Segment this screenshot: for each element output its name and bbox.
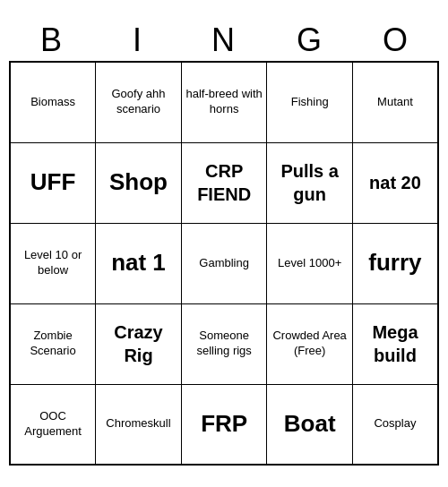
bingo-title: BINGO [9,21,439,59]
title-letter: O [353,21,439,59]
bingo-cell: nat 1 [96,223,182,303]
bingo-card: BINGO BiomassGoofy ahh scenariohalf-bree… [9,21,439,466]
title-letter: B [9,21,95,59]
title-letter: I [95,21,181,59]
bingo-cell: Pulls a gun [267,142,353,223]
bingo-cell: Cosplay [352,384,438,465]
bingo-cell: Crowded Area (Free) [267,303,353,384]
bingo-cell: Chromeskull [96,384,182,465]
bingo-cell: Boat [267,384,353,465]
bingo-cell: Mutant [352,62,438,142]
bingo-cell: Someone selling rigs [181,303,267,384]
title-letter: N [181,21,267,59]
bingo-cell: Mega build [352,303,438,384]
bingo-cell: CRP FIEND [181,142,267,223]
bingo-cell: Level 1000+ [267,223,353,303]
bingo-cell: Biomass [10,62,96,142]
bingo-cell: FRP [181,384,267,465]
bingo-cell: UFF [10,142,96,223]
title-letter: G [267,21,353,59]
bingo-cell: Crazy Rig [96,303,182,384]
bingo-grid: BiomassGoofy ahh scenariohalf-breed with… [9,61,439,466]
bingo-cell: Goofy ahh scenario [96,62,182,142]
bingo-cell: Zombie Scenario [10,303,96,384]
bingo-cell: Shop [96,142,182,223]
bingo-cell: Level 10 or below [10,223,96,303]
bingo-cell: OOC Arguement [10,384,96,465]
bingo-cell: furry [352,223,438,303]
bingo-cell: nat 20 [352,142,438,223]
bingo-cell: half-breed with horns [181,62,267,142]
bingo-cell: Fishing [267,62,353,142]
bingo-cell: Gambling [181,223,267,303]
